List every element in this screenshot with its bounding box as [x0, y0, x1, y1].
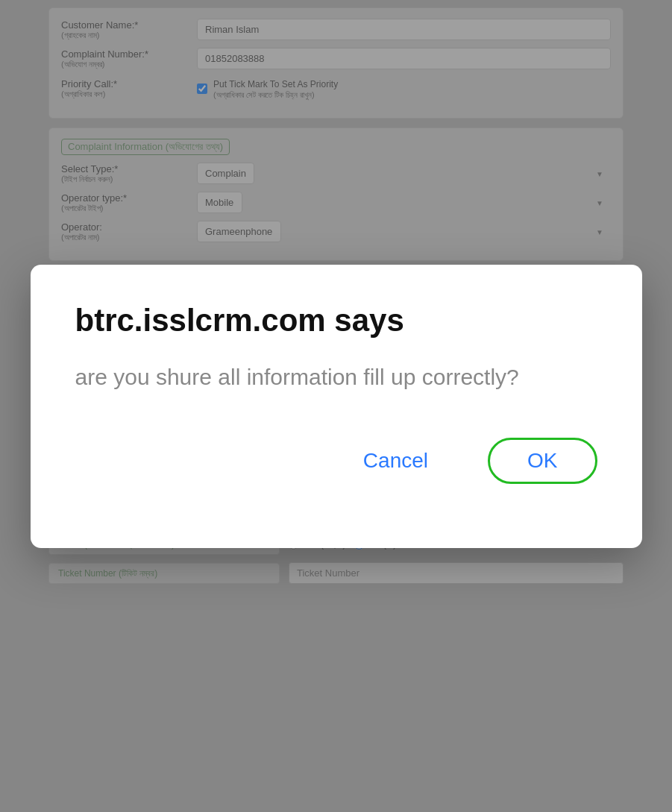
- dialog-message: are you shure all information fill up co…: [75, 362, 597, 393]
- background-form: Customer Name:* (গ্রাহকের নাম) Complaint…: [0, 0, 672, 812]
- confirmation-dialog: btrc.isslcrm.com says are you shure all …: [31, 265, 642, 548]
- dialog-buttons: Cancel OK: [75, 438, 597, 484]
- cancel-button[interactable]: Cancel: [363, 449, 428, 473]
- dialog-title: btrc.isslcrm.com says: [75, 302, 597, 339]
- ok-button[interactable]: OK: [488, 438, 597, 484]
- dialog-overlay: btrc.isslcrm.com says are you shure all …: [0, 0, 672, 812]
